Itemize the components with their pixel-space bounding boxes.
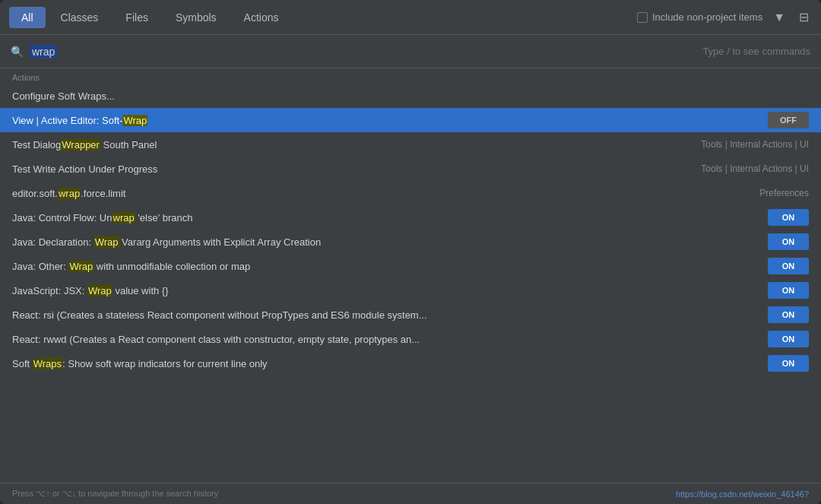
list-item[interactable]: Test Write Action Under Progress Tools |…	[0, 157, 821, 181]
tab-all[interactable]: All	[9, 7, 46, 28]
search-value: wrap	[30, 45, 57, 59]
item-text: editor.soft.wrap.force.limit	[12, 188, 752, 199]
item-tag: Preferences	[759, 188, 809, 198]
tab-actions[interactable]: Actions	[232, 7, 291, 28]
list-item[interactable]: Java: Other: Wrap with unmodifiable coll…	[0, 254, 821, 278]
item-text: Java: Control Flow: Unwrap 'else' branch	[12, 212, 760, 223]
search-input-display[interactable]: wrap	[30, 45, 57, 59]
item-tag: Tools | Internal Actions | UI	[701, 139, 809, 150]
layout-icon[interactable]: ⊟	[796, 8, 812, 26]
item-text: Configure Soft Wraps...	[12, 90, 809, 102]
list-item[interactable]: Java: Control Flow: Unwrap 'else' branch…	[0, 205, 821, 230]
item-text: React: rsi (Creates a stateless React co…	[12, 309, 760, 321]
item-text: React: rwwd (Creates a React component c…	[12, 334, 760, 345]
status-bar: Press ⌥↑ or ⌥↓ to navigate through the s…	[0, 483, 821, 504]
nav-hint: Press ⌥↑ or ⌥↓ to navigate through the s…	[12, 489, 218, 499]
toggle-off[interactable]: OFF	[768, 112, 809, 128]
toggle-on[interactable]: ON	[768, 306, 809, 323]
toggle-on[interactable]: ON	[768, 209, 809, 226]
list-item[interactable]: editor.soft.wrap.force.limit Preferences	[0, 181, 821, 205]
list-item[interactable]: JavaScript: JSX: Wrap value with {} ON	[0, 278, 821, 303]
search-hint: Type / to see commands	[63, 46, 810, 57]
list-item[interactable]: React: rwwd (Creates a React component c…	[0, 327, 821, 351]
include-non-project-wrap[interactable]: Include non-project items	[637, 11, 762, 23]
item-text: Test DialogWrapper South Panel	[12, 139, 693, 151]
item-text: Test Write Action Under Progress	[12, 163, 693, 175]
search-bar: 🔍 wrap Type / to see commands	[0, 35, 821, 68]
list-item[interactable]: Test DialogWrapper South Panel Tools | I…	[0, 132, 821, 157]
item-text: View | Active Editor: Soft-Wrap	[12, 115, 760, 126]
list-item[interactable]: Java: Declaration: Wrap Vararg Arguments…	[0, 230, 821, 254]
status-link[interactable]: https://blog.csdn.net/weixin_46146?	[676, 490, 809, 499]
search-icon: 🔍	[11, 46, 24, 58]
item-text: Java: Other: Wrap with unmodifiable coll…	[12, 261, 760, 272]
toggle-on[interactable]: ON	[768, 282, 809, 299]
list-item[interactable]: React: rsi (Creates a stateless React co…	[0, 303, 821, 327]
toggle-on[interactable]: ON	[768, 258, 809, 274]
dialog-container: All Classes Files Symbols Actions Includ…	[0, 0, 821, 504]
section-label: Actions	[0, 68, 821, 84]
toggle-on[interactable]: ON	[768, 331, 809, 347]
tab-files[interactable]: Files	[113, 7, 160, 28]
tab-bar: All Classes Files Symbols Actions Includ…	[0, 0, 821, 35]
item-text: Soft Wraps: Show soft wrap indicators fo…	[12, 358, 760, 369]
list-item[interactable]: View | Active Editor: Soft-Wrap OFF	[0, 108, 821, 132]
item-text: Java: Declaration: Wrap Vararg Arguments…	[12, 236, 760, 248]
tab-classes[interactable]: Classes	[49, 7, 111, 28]
tab-symbols[interactable]: Symbols	[163, 7, 229, 28]
tab-right-controls: Include non-project items ▼ ⊟	[637, 8, 812, 26]
filter-icon[interactable]: ▼	[770, 9, 788, 26]
list-item[interactable]: Soft Wraps: Show soft wrap indicators fo…	[0, 351, 821, 376]
list-item[interactable]: Configure Soft Wraps...	[0, 84, 821, 108]
include-non-project-checkbox[interactable]	[637, 12, 648, 23]
item-text: JavaScript: JSX: Wrap value with {}	[12, 285, 760, 296]
item-tag: Tools | Internal Actions | UI	[701, 163, 809, 174]
toggle-on[interactable]: ON	[768, 233, 809, 250]
include-non-project-label: Include non-project items	[652, 11, 762, 23]
toggle-on[interactable]: ON	[768, 355, 809, 372]
results-list: Configure Soft Wraps... View | Active Ed…	[0, 84, 821, 483]
